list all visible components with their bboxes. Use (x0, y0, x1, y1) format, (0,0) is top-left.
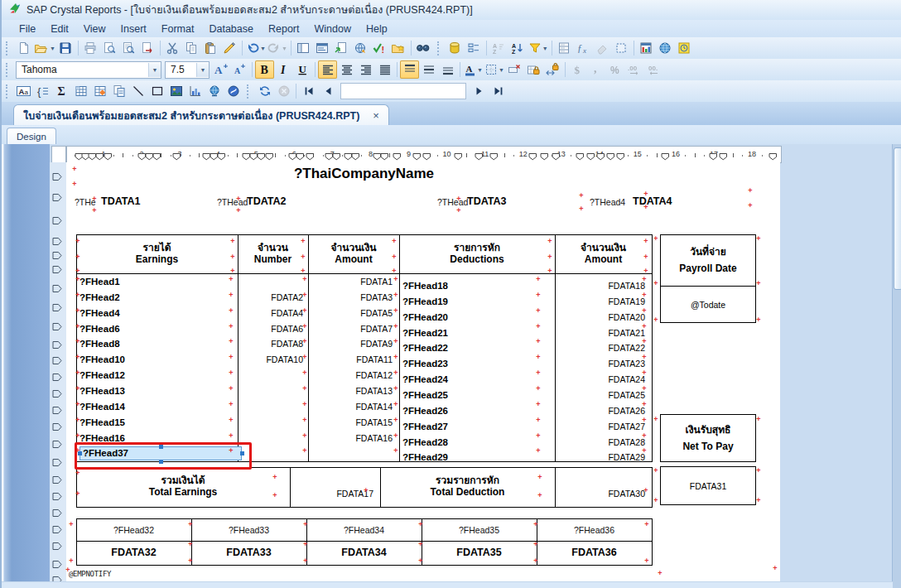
fdata-field[interactable]: FDATA31 (660, 481, 756, 491)
total-deduction-cell[interactable]: รวมรายการหักTotal Deduction (380, 470, 555, 504)
fhead-field[interactable]: ?FHead4 (80, 308, 120, 318)
align-justify-icon[interactable] (375, 60, 394, 79)
fdata-field[interactable]: FDATA9 (310, 339, 393, 349)
tab-design[interactable]: Design (7, 128, 56, 144)
selection-handle[interactable] (159, 460, 163, 464)
menu-insert[interactable]: Insert (113, 22, 154, 36)
eraser-icon[interactable] (593, 39, 612, 57)
align-left-icon[interactable] (318, 60, 337, 79)
database-icon[interactable] (446, 39, 465, 57)
fdata-field[interactable]: FDATA6 (239, 324, 303, 334)
lock-format-icon[interactable] (524, 60, 543, 79)
fhead-field[interactable]: ?FHead12 (80, 370, 125, 380)
menu-help[interactable]: Help (359, 22, 395, 36)
chevron-down-icon[interactable]: ▼ (282, 46, 287, 51)
fhead-field[interactable]: ?FHead29 (402, 452, 448, 462)
fhead-field[interactable]: ?FHead27 (402, 422, 448, 431)
net-to-pay-box[interactable]: เงินรับสุทธิNet To Pay (660, 417, 756, 459)
fhead-field[interactable]: ?FHead26 (402, 406, 448, 416)
menu-window[interactable]: Window (306, 22, 358, 36)
chevron-down-icon[interactable]: ▼ (148, 63, 161, 77)
inc-decimal-icon[interactable]: .00 (625, 60, 644, 79)
fhead-field[interactable]: ?FHead19 (402, 296, 448, 306)
sort-az-icon[interactable]: AZ (489, 39, 508, 57)
fdata-field[interactable]: FDATA21 (556, 328, 645, 338)
chevron-down-icon[interactable]: ▼ (542, 46, 548, 51)
summary-value-field[interactable]: FDATA34 (306, 547, 422, 558)
lock-position-icon[interactable] (543, 60, 562, 79)
fdata-field[interactable]: FDATA30 (556, 489, 645, 499)
align-center-icon[interactable] (337, 60, 356, 79)
summary-header-field[interactable]: ?FHead36 (537, 525, 652, 535)
verify-database-icon[interactable]: ! (370, 39, 389, 57)
italic-icon[interactable]: I (274, 60, 293, 79)
map-expert-icon[interactable] (656, 39, 675, 57)
paste-icon[interactable] (201, 39, 220, 57)
fdata-field[interactable]: FDATA10 (239, 354, 303, 364)
param-field[interactable]: ?THead4 (590, 197, 625, 207)
section-expert-icon[interactable] (555, 39, 574, 57)
fdata-field[interactable]: FDATA18 (556, 281, 645, 291)
print-icon[interactable] (81, 39, 100, 57)
insert-flash-icon[interactable] (224, 82, 243, 100)
fdata-field[interactable]: FDATA28 (556, 437, 645, 447)
summary-value-field[interactable]: FDATA35 (422, 547, 537, 558)
insert-chart-icon[interactable] (186, 82, 205, 100)
total-earnings-cell[interactable]: รวมเงินได้Total Earnings (76, 470, 290, 504)
valign-middle-icon[interactable] (419, 60, 438, 79)
zoom-icon[interactable] (119, 39, 138, 57)
stop-icon[interactable] (274, 82, 293, 100)
fdata-field[interactable]: FDATA2 (239, 292, 303, 302)
chart-expert-icon[interactable] (637, 39, 656, 57)
summary-header-field[interactable]: ?FHead32 (76, 525, 191, 535)
insert-summary-icon[interactable]: Σ (52, 82, 71, 100)
next-page-icon[interactable] (470, 82, 489, 100)
fhead-field[interactable]: ?FHead6 (80, 324, 120, 334)
cut-icon[interactable] (163, 39, 182, 57)
fhead-field[interactable]: ?FHead21 (402, 328, 448, 338)
fdata-field[interactable]: FDATA24 (556, 374, 645, 384)
fdata-field[interactable]: FDATA22 (556, 343, 645, 353)
chevron-down-icon[interactable]: ▼ (50, 46, 55, 51)
filter-icon[interactable]: ▼ (528, 39, 549, 57)
menu-file[interactable]: File (12, 22, 43, 36)
fdata-field[interactable]: FDATA5 (310, 308, 393, 318)
report-wizard-icon[interactable] (332, 39, 351, 57)
save-icon[interactable] (56, 39, 75, 57)
selection-handle[interactable] (78, 451, 82, 455)
insert-map-icon[interactable] (205, 82, 224, 100)
menu-report[interactable]: Report (261, 22, 307, 36)
sort-za-icon[interactable]: AZ (508, 39, 528, 57)
todate-field[interactable]: @Todate (660, 300, 756, 310)
insert-picture-icon[interactable] (166, 82, 186, 100)
fdata-field[interactable]: FDATA14 (310, 402, 393, 412)
dec-decimal-icon[interactable]: 00. (644, 60, 663, 79)
menu-view[interactable]: View (76, 22, 113, 36)
fhead-field[interactable]: ?FHead14 (80, 402, 125, 412)
fdata-field[interactable]: FDATA19 (556, 296, 645, 306)
redo-icon[interactable]: ▼ (267, 39, 288, 57)
bold-icon[interactable]: B (255, 60, 274, 79)
fdata-field[interactable]: FDATA26 (556, 406, 645, 416)
insert-crosstab-icon[interactable] (71, 82, 90, 100)
first-page-icon[interactable] (299, 82, 318, 100)
scrollbar-thumb[interactable] (894, 147, 901, 290)
favorites-icon[interactable] (389, 39, 408, 57)
insert-subreport-icon[interactable] (109, 82, 128, 100)
empnotify-field[interactable]: @EMPNOTIFY (69, 570, 111, 578)
fdata-field[interactable]: FDATA3 (310, 292, 393, 302)
valign-top-icon[interactable] (400, 60, 419, 79)
borders-icon[interactable]: ▼ (484, 60, 505, 79)
summary-header-field[interactable]: ?FHead35 (422, 525, 537, 535)
param-field[interactable]: ?THead (217, 197, 248, 207)
fdata-field[interactable]: FDATA4 (239, 308, 303, 318)
fhead-field[interactable]: ?FHead15 (80, 417, 125, 427)
export-icon[interactable] (138, 39, 157, 57)
column-header[interactable]: จำนวนเงินAmount (555, 236, 652, 272)
tdata-field[interactable]: TDATA4 (633, 195, 672, 207)
design-canvas[interactable]: ?ThaiCompanyName?THeTDATA1?THeadTDATA2?T… (66, 162, 780, 582)
currency-icon[interactable]: $ (568, 60, 587, 79)
summary-value-field[interactable]: FDATA36 (537, 547, 652, 558)
fdata-field[interactable]: FDATA11 (310, 354, 393, 364)
menu-edit[interactable]: Edit (43, 22, 76, 36)
